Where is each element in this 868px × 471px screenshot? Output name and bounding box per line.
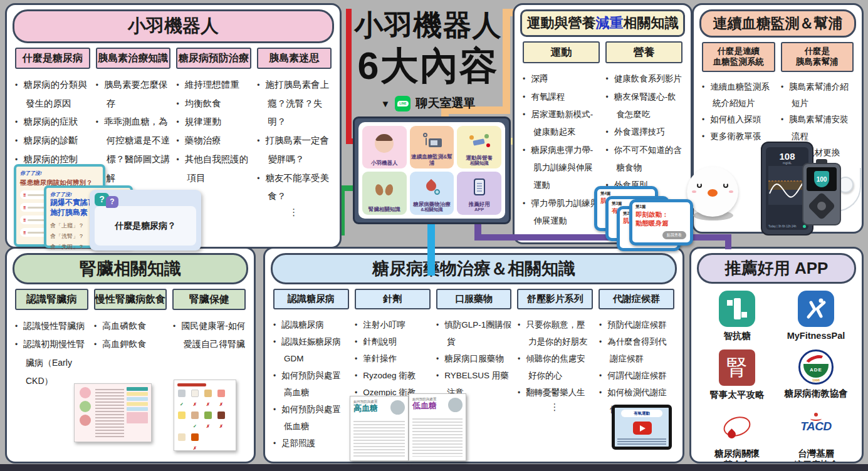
robot-section-title: 小羽機器人 (13, 9, 334, 43)
list-relax-videos: 只要你願意，壓力是你的好朋友傾聽你的焦慮安好你的心翻轉憂鬱樂人生 (518, 316, 593, 401)
list-item: 認識慢性腎臟病 (15, 317, 88, 335)
card-tag: 第1篇 (635, 204, 687, 210)
tacd-logo-icon[interactable]: TACD (798, 408, 834, 445)
list-item: 健康飲食系列影片 (606, 70, 683, 88)
view-button[interactable]: 點我查看 (662, 231, 686, 239)
menu-tile-kidney[interactable]: 腎臟相關知識 (362, 172, 407, 215)
list-item: 為什麼會得到代謝症候群 (599, 333, 674, 367)
menu-caption: ▼ LINE 聊天室選單 (343, 95, 513, 111)
list-item: 胰島素要怎麼保存 (96, 76, 170, 113)
page-title: 小羽機器人 6大內容 (343, 6, 513, 87)
list-item: 足部照護 (273, 435, 348, 452)
list-item: 筆針操作 (355, 350, 430, 367)
list-item: 針劑說明 (355, 333, 430, 350)
health2sync-icon[interactable] (719, 291, 755, 327)
tab-oral-medication: 口服藥物 (436, 289, 512, 309)
insulin-pump: 100 (802, 163, 841, 225)
list-item: 翻轉憂鬱樂人生 (518, 384, 593, 401)
ellipsis: ⋮ (257, 207, 332, 218)
hand-blood-drop-icon[interactable] (719, 408, 755, 445)
list-item: 何謂代謝症候群 (599, 367, 674, 384)
list-item: 均衡飲食 (177, 95, 251, 113)
menu-tile-cgm-pump[interactable]: 連續血糖監測&幫浦 (410, 126, 454, 168)
list-item: 糖友保腎護心-飲食怎麼吃 (606, 88, 683, 124)
page-title-line1: 小羽機器人 (343, 6, 513, 45)
card-what-is-diabetes[interactable]: ? ? 什麼是糖尿病？ (90, 190, 201, 251)
list-item: 維持理想體重 (177, 76, 251, 95)
infographic-canvas: 小羽機器人 什麼是糖尿病 胰島素治療知識 糖尿病預防治療 胰島素迷思 糖尿病的分… (0, 0, 868, 471)
tab-kidney-care: 腎臟保健 (172, 289, 246, 310)
status-dot (803, 225, 806, 228)
robot-avatar-icon (363, 128, 405, 160)
tab-insulin-myths: 胰島素迷思 (257, 48, 332, 69)
app-kidney-guide[interactable]: 腎 腎事太平攻略 (698, 349, 776, 400)
ade-logo-icon[interactable]: ADE 1996 (798, 349, 834, 385)
list-item: 糖尿病口服藥物 (436, 350, 511, 367)
app-health2sync[interactable]: 智抗糖 (698, 291, 776, 341)
list-item: 慎防GLP-1團購假貨 (436, 316, 511, 350)
list-item: 其他自我照護的項目 (177, 150, 251, 187)
list-insulin-myths: 施打胰島素會上癮？洗腎？失明？打胰島素一定會變胖嗎？糖友不能享受美食？ (257, 76, 332, 206)
list-item: 糖友不能享受美食？ (257, 169, 332, 206)
list-item: Ryzodeg 衛教 (355, 367, 430, 384)
video-thumbnail[interactable]: 有氧運動 (612, 405, 672, 450)
list-kidney-care: 國民健康署-如何愛護自己得腎臟 (173, 317, 246, 354)
list-item: 如何預防與處置低血糖 (273, 401, 348, 435)
weight-loss-highlight: 減重 (596, 15, 624, 31)
blood-drop-icon (411, 173, 453, 201)
list-know-diabetes: 認識糖尿病認識妊娠糖尿病GDM如何預防與處置高血糖如何預防與處置低血糖足部照護 (273, 316, 348, 452)
app-ade-association[interactable]: ADE 1996 糖尿病衛教協會 (776, 349, 855, 400)
connector-purple (725, 234, 731, 249)
tab-what-is-diabetes: 什麼是糖尿病 (15, 48, 90, 69)
pump-reading: 100 (814, 171, 829, 187)
menu-tile-medication[interactable]: 糖尿病藥物治療 &相關知識 (410, 172, 454, 215)
list-item: 如何預防與處置高血糖 (273, 367, 348, 401)
list-item: 認識妊娠糖尿病GDM (273, 333, 348, 367)
list-item: 彈力帶肌力訓練與伸展運動 (523, 195, 600, 230)
list-insulin-knowledge: 胰島素要怎麼保存乖乖測血糖，為何控糖還是不達標？醫師圖文講解 (96, 76, 170, 187)
play-button-icon[interactable] (633, 422, 652, 435)
app-diabetes-care-foundation[interactable]: 糖尿病關懷 基金會 (698, 408, 776, 463)
menu-tile-apps[interactable]: 推薦好用 APP (457, 172, 501, 215)
list-item: 認識糖尿病 (273, 316, 348, 333)
cgm-device-icon (411, 128, 453, 153)
card-title: 即刻啟動： 動態暖身篇 (635, 210, 687, 227)
myfitnesspal-icon[interactable] (798, 291, 834, 327)
tab-injections: 針劑 (355, 289, 431, 309)
list-prevention-treatment: 維持理想體重均衡飲食規律運動藥物治療其他自我照護的項目 (177, 76, 251, 187)
menu-tile-robot[interactable]: 小羽機器人 (362, 126, 407, 168)
app-tacd[interactable]: TACD 台灣基層 糖尿病協會 (776, 408, 855, 463)
line-app-icon: LINE (395, 96, 410, 111)
pump-dpad (807, 192, 835, 220)
tab-insulin-knowledge: 胰島素治療知識 (96, 48, 171, 69)
app-myfitnesspal[interactable]: MyFitnessPal (776, 291, 855, 341)
hypoglycemia-leaflet: 如何預防與處置 低血糖 (409, 393, 466, 461)
page-title-line2: 6大內容 (343, 45, 513, 87)
menu-tile-sport-nutrition[interactable]: 運動與營養 相關知識 (457, 126, 501, 168)
list-item: 糖尿病的診斷 (15, 132, 90, 150)
graph-timescale: Today | 3h 6h 12h 24h (768, 225, 796, 228)
smartphone-icon (458, 173, 500, 201)
list-item: 預防代謝症候群 (599, 316, 674, 333)
connector-cyan (427, 220, 435, 276)
list-exercise: 深蹲有氧課程居家運動新模式-健康動起來糖尿病患彈力帶-肌力訓練與伸展運動彈力帶肌… (523, 70, 600, 230)
list-item: 注射小叮嚀 (355, 316, 430, 333)
list-item: 乖乖測血糖，為何控糖還是不達標？醫師圖文講解 (96, 113, 170, 187)
list-item: 施打胰島素會上癮？洗腎？失明？ (257, 76, 332, 132)
list-oral-medication: 慎防GLP-1團購假貨糖尿病口服藥物RYBELSUS 用藥注意 (436, 316, 511, 401)
list-item: 居家運動新模式-健康動起來 (523, 106, 600, 142)
list-item: 你不可不知道的含糖食物 (606, 142, 683, 177)
glucose-reading: 108 (768, 152, 806, 161)
tab-what-is-cgm: 什麼是連續 血糖監測系統 (702, 42, 775, 72)
medication-section-title: 糖尿病藥物治療＆相關知識 (271, 253, 677, 284)
diet-leaflet-thumbnail: ✓ ✗ ✗ ✗ ✓ ✗ ✗ ✗ (174, 380, 236, 451)
question-bubble-icon: ? (106, 196, 118, 208)
list-item: 高血鉀飲食 (94, 335, 167, 353)
down-arrow-icon: ▼ (381, 98, 390, 109)
list-item: 胰島素幫浦安裝流程 (781, 111, 854, 145)
cgm-section-title: 連續血糖監測＆幫浦 (699, 9, 856, 38)
exercise-card-front[interactable]: 第1篇 即刻啟動： 動態暖身篇 點我查看 (629, 199, 693, 246)
tab-prevention-treatment: 糖尿病預防治療 (176, 48, 251, 69)
kidney-seal-icon[interactable]: 腎 (719, 349, 755, 386)
sport-section-title: 運動與營養減重相關知識 (520, 9, 685, 37)
